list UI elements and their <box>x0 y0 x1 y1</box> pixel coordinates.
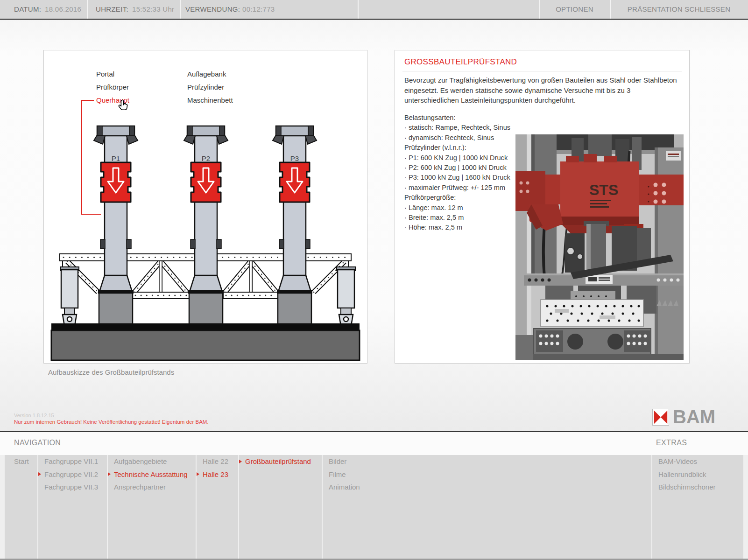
detail-line: · dynamisch: Rechteck, Sinus <box>404 133 515 143</box>
legend-maschinenbett[interactable]: Maschinenbett <box>187 96 233 104</box>
close-presentation-button[interactable]: PRÄSENTATION SCHLIESSEN <box>610 0 748 19</box>
bam-logo <box>652 409 669 426</box>
querhaupt-callout-line <box>82 100 101 214</box>
nav-item-animation[interactable]: Animation <box>323 481 651 494</box>
header-divider <box>87 0 88 19</box>
nav-item-start[interactable]: Start <box>8 455 37 468</box>
detail-line: Prüfzylinder (v.l.n.r.): <box>404 143 515 153</box>
optionen-button[interactable]: OPTIONEN <box>539 0 610 19</box>
nav-active-arrow-icon <box>38 472 44 476</box>
nav-item-halle-23[interactable]: Halle 23 <box>197 468 238 481</box>
extras-item-bam-videos[interactable]: BAM-Videos <box>652 455 743 468</box>
detail-line: · P2: 600 kN Zug | 1000 kN Druck <box>404 163 515 173</box>
cylinder-label-p2: P2 <box>202 154 210 162</box>
detail-line: · P3: 1000 kN Zug | 1600 kN Druck <box>404 173 515 182</box>
info-title: GROSSBAUTEILPRÜFSTAND <box>404 57 517 67</box>
bam-logo-text: BAM <box>673 406 715 427</box>
nav-column-extras: BAM-Videos Hallenrundblick Bildschirmsch… <box>652 455 743 559</box>
datum-value: 18.06.2016 <box>45 0 81 19</box>
header-divider <box>180 0 181 19</box>
nav-item-filme[interactable]: Filme <box>323 468 651 481</box>
navigation-grid: Start Fachgruppe VII.1 Fachgruppe VII.2 … <box>0 455 748 560</box>
detail-line: · Höhe: max. 2,5 m <box>404 223 515 232</box>
uhrzeit-value: 15:52:33 Uhr <box>132 0 174 19</box>
detail-line: · statisch: Rampe, Rechteck, Sinus <box>404 123 515 133</box>
nav-item-fachgruppe-vii2[interactable]: Fachgruppe VII.2 <box>38 468 107 481</box>
legend-portal[interactable]: Portal <box>96 70 114 78</box>
sts-logo-text: STS <box>589 182 618 198</box>
machine-bed <box>51 323 360 360</box>
nav-active-arrow-icon <box>108 472 114 476</box>
nav-item-halle-22[interactable]: Halle 22 <box>197 455 238 468</box>
test-cylinder-p3: P3 <box>273 126 317 324</box>
info-details-list: Belastungsarten: · statisch: Rampe, Rech… <box>404 113 515 233</box>
header-divider <box>358 0 359 19</box>
nav-item-technische-ausstattung[interactable]: Technische Ausstattung <box>108 468 196 481</box>
nav-item-bilder[interactable]: Bilder <box>323 455 651 468</box>
verwendung-label: VERWENDUNG: <box>185 0 240 19</box>
nav-item-ansprechpartner[interactable]: Ansprechpartner <box>108 481 196 494</box>
extras-item-bildschirmschoner[interactable]: Bildschirmschoner <box>652 481 743 494</box>
navigation-heading: NAVIGATION <box>14 439 61 447</box>
test-cylinder-p2: P2 <box>184 126 228 324</box>
nav-column-medien: Bilder Filme Animation <box>323 455 651 559</box>
legend-pruefkoerper[interactable]: Prüfkörper <box>96 83 129 91</box>
nav-item-grossbauteilpruefstand[interactable]: Großbauteilprüfstand <box>239 455 322 468</box>
datum-label: DATUM: <box>14 0 41 19</box>
detail-line: Belastungsarten: <box>404 113 515 123</box>
detail-line: · Länge: max. 12 m <box>404 203 515 213</box>
cylinder-label-p1: P1 <box>112 154 120 162</box>
outer-support-cylinder-right <box>337 267 355 326</box>
info-panel: GROSSBAUTEILPRÜFSTAND Bevorzugt zur Trag… <box>395 50 690 364</box>
nav-column-start: Start <box>5 455 37 559</box>
outer-support-cylinder-left <box>60 267 79 326</box>
extras-heading: EXTRAS <box>656 439 687 447</box>
nav-column-hallen: Halle 22 Halle 23 <box>197 455 238 559</box>
sketch-caption: Aufbauskizze des Großbauteilprüfstands <box>48 368 174 376</box>
cylinder-label-p3: P3 <box>290 154 299 162</box>
navigation-header-strip: NAVIGATION EXTRAS <box>0 431 748 455</box>
detail-line: · maximaler Prüfweg: +/- 125 mm <box>404 183 515 193</box>
detail-line: Prüfkörpergröße: <box>404 193 515 203</box>
nav-item-aufgabengebiete[interactable]: Aufgabengebiete <box>108 455 196 468</box>
nav-column-pruefstand: Großbauteilprüfstand <box>239 455 322 559</box>
kiosk-screen: DATUM: 18.06.2016 UHRZEIT: 15:52:33 Uhr … <box>0 0 748 560</box>
legend-auflagebank[interactable]: Auflagebank <box>187 70 226 78</box>
machine-photo: STS <box>515 134 684 360</box>
verwendung-value: 00:12:773 <box>242 0 275 19</box>
detail-line: · Breite: max. 2,5 m <box>404 213 515 223</box>
nav-column-fachgruppen: Fachgruppe VII.1 Fachgruppe VII.2 Fachgr… <box>38 455 107 559</box>
top-status-bar: DATUM: 18.06.2016 UHRZEIT: 15:52:33 Uhr … <box>0 0 748 20</box>
uhrzeit-label: UHRZEIT: <box>96 0 128 19</box>
legend-pruefzylinder[interactable]: Prüfzylinder <box>187 83 224 91</box>
info-intro-text: Bevorzugt zur Tragfähigkeitsbewertung vo… <box>404 75 680 105</box>
test-stand-sketch: Portal Prüfkörper Querhaupt Auflagebank … <box>44 50 367 363</box>
disclaimer-text: Nur zum internen Gebrauch! Keine Veröffe… <box>14 419 209 425</box>
nav-active-arrow-icon <box>239 460 245 463</box>
nav-item-fachgruppe-vii1[interactable]: Fachgruppe VII.1 <box>38 455 107 468</box>
nav-item-fachgruppe-vii3[interactable]: Fachgruppe VII.3 <box>38 481 107 494</box>
extras-item-hallenrundblick[interactable]: Hallenrundblick <box>652 468 743 481</box>
nav-active-arrow-icon <box>197 472 203 476</box>
sketch-panel: Portal Prüfkörper Querhaupt Auflagebank … <box>43 50 367 364</box>
title-divider <box>402 71 682 71</box>
bam-logo-icon <box>653 409 669 425</box>
nav-column-bereiche: Aufgabengebiete Technische Ausstattung A… <box>108 455 196 559</box>
version-text: Version 1.8.12.15 <box>14 413 54 418</box>
test-cylinder-p1: P1 <box>94 126 138 324</box>
detail-line: · P1: 600 KN Zug | 1000 kN Druck <box>404 153 515 163</box>
legend-querhaupt[interactable]: Querhaupt <box>96 96 130 104</box>
